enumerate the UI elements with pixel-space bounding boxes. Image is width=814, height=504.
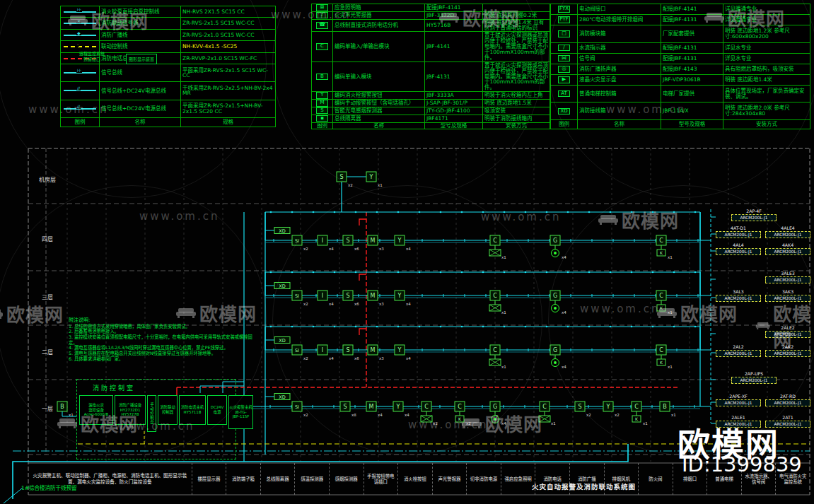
- smoke-detector-symbol: Sx2: [575, 402, 591, 417]
- bottom-cell: 楼层显示器: [192, 463, 226, 495]
- device-icon: PYF: [558, 16, 570, 23]
- leakage-monitor-box: ARCM200L-J1: [731, 377, 777, 384]
- junction-box-symbol: XD: [265, 337, 290, 344]
- device-count: x1: [551, 421, 556, 426]
- svg-text:G: G: [553, 347, 557, 353]
- control-room-box-line: DC24V: [208, 405, 226, 410]
- device-icon: ◎: [558, 66, 570, 72]
- device-count: x3: [379, 356, 384, 361]
- device-model: 电梯厂家提供: [661, 86, 723, 102]
- svg-text:SI: SI: [295, 238, 299, 244]
- device-model: JBF-VDP3061B: [661, 74, 723, 85]
- wire-sample: //: [62, 105, 98, 112]
- svg-text:XD: XD: [279, 228, 285, 234]
- io-module-symbol: CKx2: [455, 402, 471, 426]
- header-cell: 图例: [312, 122, 333, 129]
- header-cell: 型号及规格: [661, 119, 723, 129]
- device-count: x1: [501, 365, 506, 369]
- wire-legend-header: 图例名称规格: [61, 117, 276, 127]
- leakage-monitor-box: ARCM200L-J1: [765, 231, 810, 238]
- control-room-box-line: HY5727B: [115, 412, 145, 417]
- wire-spec: NH-KVV-4x1.5 -SC25: [181, 41, 276, 52]
- device-install: 详见暖通专业: [723, 4, 810, 15]
- device-model: 配接JBF-4141: [661, 4, 723, 15]
- device-count: x1: [668, 365, 673, 369]
- device-count: x4: [562, 255, 566, 259]
- device-icon: ⋈: [558, 55, 570, 61]
- device-count: x1: [433, 421, 438, 426]
- svg-text:XD: XD: [279, 283, 285, 289]
- device-legend-row: XD消防接线箱JBF-11A/X明装 底边距地2.0米 参考尺寸:284x304…: [551, 102, 810, 119]
- control-room-box: 火灾报警主机JB-TG-JBF-11SF: [228, 395, 253, 429]
- site-id-text: ID:1399839: [682, 452, 802, 476]
- notes-list: 1. 总线的敷设方式采用穿管暗敷，具体由厂家负责安装调试。2. 后备蓄电池带电接…: [69, 324, 257, 362]
- panel-label: 2AP-UPS: [731, 372, 777, 376]
- notes-title: 附注说明:: [69, 317, 257, 324]
- manual-call-point-symbol: Mx3: [368, 235, 384, 251]
- leakage-monitor-box: ARCM200L-J1: [716, 399, 761, 406]
- device-model: JBF-4141: [425, 32, 483, 61]
- svg-text:SI: SI: [295, 404, 299, 410]
- device-install: 明装 底边距地1.4米 且有区别于普通电话的标识: [483, 19, 550, 32]
- device-install: 置于就近火灾探测器或吊顶内便于检修处，严禁装于配电箱内。需要底盒尺寸不小于100…: [483, 61, 550, 91]
- device-name: 总线隔离器: [333, 115, 425, 122]
- wire-legend-row: //信号总线+DC24V电源总线干线采用ZR-RVS-2x2.5+NH-BV-2…: [61, 82, 276, 100]
- device-icon: ▶: [558, 76, 570, 83]
- device-icon-cell: Y: [312, 92, 333, 100]
- control-room-box-line: 手动控制盘: [149, 396, 154, 431]
- leakage-monitor-item: 3AL3ARCM200L-J1: [716, 290, 761, 302]
- device-icon-cell: □: [551, 25, 578, 42]
- device-model: 厂家配套提供: [661, 25, 723, 42]
- svg-text:Y: Y: [606, 404, 610, 410]
- wire-legend-row: ⊦⊦消火栓泵直接启泵控制线NH-RVS 2X1.5 SC15 CC: [61, 6, 276, 18]
- device-install: 详见水专业: [723, 42, 810, 53]
- svg-text:M: M: [369, 404, 374, 410]
- header-cell: 型号及规格: [425, 122, 483, 129]
- wire-name: 信号总线: [100, 64, 181, 82]
- device-name: 智能光电感烟探测器: [333, 107, 425, 115]
- device-name: 编码消火栓报警按钮: [333, 92, 425, 100]
- wire-legend-table: ⊦⊦消火栓泵直接启泵控制线NH-RVS 2X1.5 SC15 CC×消防联动信号…: [60, 6, 276, 127]
- control-room-box: 消防联动控制器: [158, 395, 178, 425]
- device-count: x4: [406, 247, 411, 251]
- device-legend-header: 图例名称型号及规格安装方式: [312, 122, 550, 129]
- svg-text:S: S: [346, 347, 349, 353]
- hydrant-button-symbol: Yx4: [395, 291, 411, 306]
- svg-text:M: M: [371, 238, 376, 244]
- svg-text:K: K: [660, 305, 663, 310]
- device-count: x4: [405, 413, 409, 417]
- wire-name: 信号总线+DC24V电源总线: [100, 100, 181, 117]
- device-install: 明装 底边距地1.4米: [723, 74, 810, 85]
- device-name: 消防接线箱: [578, 102, 661, 119]
- device-legend-row: ▪总线隔离器JBF4171明装于消防接线箱内: [312, 115, 550, 122]
- control-room-box-line: 监控设备: [80, 408, 112, 413]
- smoke-detector-symbol: Sx2: [337, 172, 353, 187]
- leakage-monitor-box: ARCM200L-J1: [716, 295, 761, 302]
- svg-text:XD: XD: [279, 338, 285, 344]
- leakage-monitor-item: 2AP-4FARCM200L-J1: [731, 209, 777, 221]
- device-icon: □: [558, 30, 570, 37]
- svg-text:C: C: [493, 238, 497, 244]
- wire-spec: ZR-RVVP-2x1.0 SC15 WC-FC: [181, 52, 276, 64]
- device-legend-row: ▶液晶火灾显示盘JBF-VDP3061B明装 底边距地1.4米: [551, 74, 810, 85]
- control-room-equipment: 漏电火灾监控设备Acrel-6000/B消防广播设备HY2732D1HY5727…: [79, 395, 253, 432]
- leakage-monitor-box: ARCM200L-J1: [716, 231, 761, 238]
- device-name: 普通电梯控制箱: [578, 86, 661, 102]
- leakage-monitor-box: ARCM200L-J1: [765, 399, 810, 406]
- svg-text:M: M: [371, 293, 376, 299]
- header-cell: 图例: [61, 117, 100, 127]
- smoke-detector-symbol: Sx6: [343, 235, 359, 251]
- device-name: 水流指示器: [578, 42, 661, 53]
- sub-label-line: 预留接口: [79, 57, 105, 62]
- device-legend-header: 图例名称型号及规格安装方式: [551, 119, 810, 129]
- graphic-display-box: 图形显示装置: [126, 54, 157, 64]
- svg-text:C: C: [493, 347, 497, 353]
- device-count: x1: [501, 310, 506, 315]
- device-icon-cell: ▶: [551, 74, 578, 85]
- device-legend-row: M编码手动报警按钮（含电话插孔）J-SAP-JBF-301/P明装 底边距地1.…: [312, 100, 550, 107]
- hydrant-button-symbol: Yx4: [393, 402, 409, 417]
- wire-name: 信号总线+DC24V电源总线: [100, 82, 181, 100]
- leakage-monitor-box: ARCM200L-J1: [765, 350, 810, 357]
- broadcast-module-symbol: Gx4: [550, 235, 566, 259]
- device-install: [483, 4, 550, 12]
